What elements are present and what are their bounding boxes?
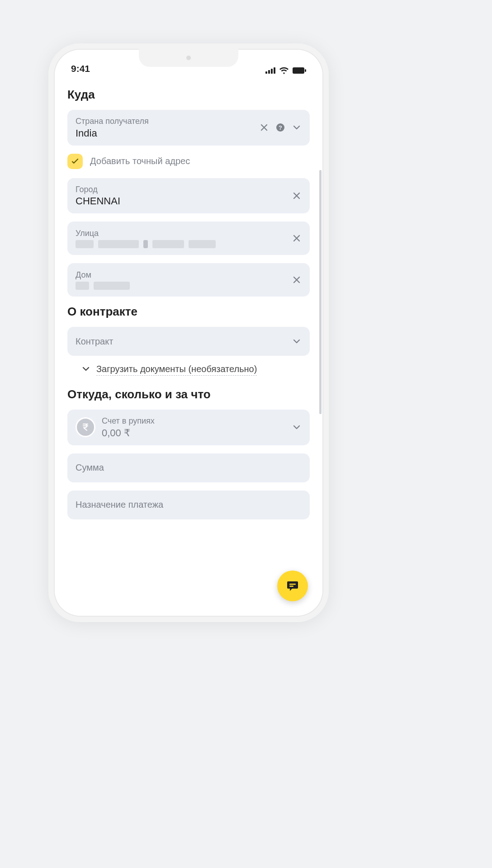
svg-rect-1 xyxy=(268,70,270,74)
help-icon[interactable]: ? xyxy=(275,123,285,132)
chevron-down-icon xyxy=(82,365,90,375)
house-field[interactable]: Дом xyxy=(67,263,310,297)
svg-rect-8 xyxy=(289,584,296,585)
scrollbar[interactable] xyxy=(319,170,322,414)
city-label: Город xyxy=(76,184,292,195)
amount-field[interactable]: Сумма xyxy=(67,453,310,482)
chat-icon xyxy=(286,579,299,593)
screen: 9:41 Куда Страна получателя India xyxy=(55,50,322,616)
svg-text:?: ? xyxy=(279,124,282,131)
city-value: CHENNAI xyxy=(76,195,292,207)
battery-icon xyxy=(293,67,306,74)
country-field[interactable]: Страна получателя India ? xyxy=(67,110,310,146)
purpose-field[interactable]: Назначение платежа xyxy=(67,491,310,519)
house-label: Дом xyxy=(76,270,292,280)
chevron-down-icon[interactable] xyxy=(292,422,302,432)
section-title-contract: О контракте xyxy=(67,305,310,319)
checkbox-checked[interactable] xyxy=(67,154,83,169)
svg-rect-0 xyxy=(265,71,267,74)
account-balance: 0,00 ₹ xyxy=(102,427,285,439)
contract-field[interactable]: Контракт xyxy=(67,327,310,356)
rupee-account-icon xyxy=(76,417,95,437)
form-content[interactable]: Куда Страна получателя India ? xyxy=(55,75,322,616)
country-value: India xyxy=(76,127,259,139)
amount-label: Сумма xyxy=(76,462,302,473)
wifi-icon xyxy=(279,67,289,74)
status-time: 9:41 xyxy=(71,63,90,74)
chat-fab[interactable] xyxy=(277,571,308,601)
country-label: Страна получателя xyxy=(76,116,259,127)
upload-documents-toggle[interactable]: Загрузить документы (необязательно) xyxy=(82,364,310,376)
purpose-label: Назначение платежа xyxy=(76,499,302,510)
account-label: Счет в рупиях xyxy=(102,416,285,426)
svg-rect-3 xyxy=(274,67,275,74)
section-title-payment: Откуда, сколько и за что xyxy=(67,387,310,401)
contract-label: Контракт xyxy=(76,336,292,347)
cellular-icon xyxy=(265,67,275,74)
clear-icon[interactable] xyxy=(292,275,302,285)
chevron-down-icon[interactable] xyxy=(292,336,302,346)
redacted-text xyxy=(76,282,292,290)
street-label: Улица xyxy=(76,228,292,239)
add-address-checkbox-row[interactable]: Добавить точный адрес xyxy=(67,154,310,169)
svg-rect-2 xyxy=(271,69,273,74)
svg-rect-4 xyxy=(293,67,304,74)
status-indicators xyxy=(265,67,306,74)
chevron-down-icon[interactable] xyxy=(292,123,302,132)
phone-notch xyxy=(139,49,238,67)
city-field[interactable]: Город CHENNAI xyxy=(67,178,310,214)
phone-frame: 9:41 Куда Страна получателя India xyxy=(48,43,329,622)
street-field[interactable]: Улица xyxy=(67,222,310,255)
section-title-destination: Куда xyxy=(67,88,310,102)
redacted-text xyxy=(76,240,292,248)
add-address-label: Добавить точный адрес xyxy=(90,156,190,166)
clear-icon[interactable] xyxy=(292,191,302,201)
svg-rect-5 xyxy=(305,69,306,72)
account-field[interactable]: Счет в рупиях 0,00 ₹ xyxy=(67,410,310,445)
clear-icon[interactable] xyxy=(292,233,302,243)
clear-icon[interactable] xyxy=(259,123,269,132)
upload-documents-label: Загрузить документы (необязательно) xyxy=(96,364,257,376)
svg-rect-9 xyxy=(289,586,293,587)
